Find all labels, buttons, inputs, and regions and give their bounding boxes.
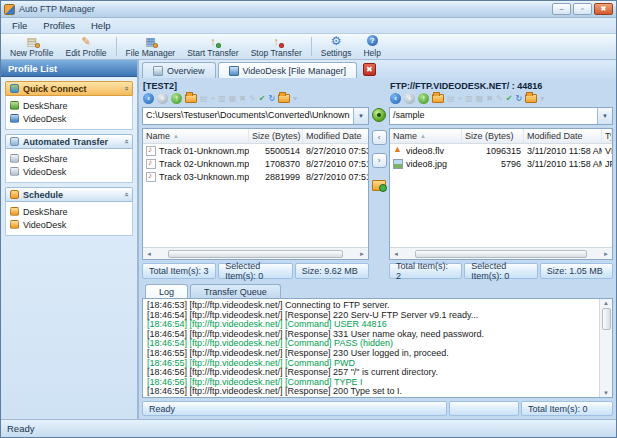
maximize-button[interactable]: ▫ [573, 3, 592, 15]
audio-file-icon [146, 159, 156, 169]
up-folder-icon[interactable]: ↑ [418, 93, 429, 104]
app-icon [4, 4, 15, 15]
refresh-icon[interactable]: ↻ [515, 93, 522, 104]
settings-button[interactable]: ⚙ Settings [315, 34, 358, 59]
close-button[interactable]: ✖ [594, 3, 613, 15]
sync-folders-icon[interactable] [372, 180, 386, 191]
scroll-up-icon[interactable]: ▲ [603, 300, 609, 306]
log-output: [18:46:53] [ftp://ftp.videodesk.net/] Co… [143, 299, 599, 397]
select-icon[interactable]: ✔ [506, 93, 513, 104]
new-file-icon[interactable]: ▤ [447, 93, 455, 104]
add-icon[interactable]: + [211, 93, 216, 104]
scrollbar-thumb[interactable] [602, 308, 611, 330]
tab-log[interactable]: Log [145, 284, 188, 298]
stop-transfer-button[interactable]: ↑ Stop Transfer [245, 34, 308, 59]
log-tab-bar: Log Transfer Queue [141, 283, 614, 298]
rename-icon[interactable]: ✎ [249, 93, 256, 104]
size-chip: Size: 9.62 MB [295, 263, 369, 279]
copy-icon[interactable]: ▥ [465, 93, 473, 104]
menu-help[interactable]: Help [83, 19, 119, 32]
horizontal-scrollbar[interactable]: ◄ ► [390, 247, 612, 259]
paste-icon[interactable]: ▦ [229, 93, 237, 104]
scroll-left-icon[interactable]: ◄ [391, 251, 401, 257]
column-header-modified[interactable]: Modified Date [524, 129, 602, 143]
up-folder-icon[interactable]: ↑ [171, 93, 182, 104]
automated-transfer-header[interactable]: Automated Transfer » [5, 134, 133, 149]
schedule-header[interactable]: Schedule » [5, 187, 133, 202]
rename-icon[interactable]: ✎ [496, 93, 503, 104]
file-row[interactable]: Track 03-Unknown.mp3 2881999 8/27/2010 0… [143, 170, 368, 183]
sidebar-item-deskshare[interactable]: DeskShare [10, 205, 128, 218]
tab-transfer-queue[interactable]: Transfer Queue [190, 284, 281, 298]
delete-icon[interactable]: ✖ [486, 93, 493, 104]
section-schedule: Schedule » DeskShare VideoDesk [5, 187, 133, 236]
column-header-type[interactable]: Type [602, 129, 612, 143]
minimize-button[interactable]: – [552, 3, 571, 15]
app-window: Auto FTP Manager – ▫ ✖ File Profiles Hel… [0, 0, 617, 438]
paste-icon[interactable]: ▦ [476, 93, 484, 104]
sidebar-item-deskshare[interactable]: DeskShare [10, 152, 128, 165]
column-header-name[interactable]: Name ▲ [390, 129, 462, 143]
folder-view-menu-icon[interactable]: ▾ [540, 93, 544, 104]
start-transfer-button[interactable]: ↑ Start Transfer [181, 34, 245, 59]
column-header-size[interactable]: Size (Bytes) [462, 129, 524, 143]
chevron-collapse-icon[interactable]: » [121, 192, 130, 196]
new-profile-button[interactable]: ▤ New Profile [4, 34, 59, 59]
open-folder-icon[interactable] [432, 94, 444, 103]
scroll-left-icon[interactable]: ◄ [144, 251, 154, 257]
transfer-to-remote-button[interactable]: › [372, 153, 387, 168]
refresh-icon[interactable]: ↻ [268, 93, 275, 104]
column-header-size[interactable]: Size (Bytes) [249, 129, 303, 143]
sidebar-item-videodesk[interactable]: VideoDesk [10, 165, 128, 178]
menu-file[interactable]: File [4, 19, 35, 32]
help-button[interactable]: ? Help [357, 34, 386, 59]
vertical-scrollbar[interactable]: ▲ ▼ [599, 299, 612, 397]
scroll-right-icon[interactable]: ► [601, 251, 611, 257]
scroll-down-icon[interactable]: ▼ [603, 390, 609, 396]
close-tab-button[interactable]: ✖ [363, 63, 376, 76]
remote-path-combobox[interactable]: /sample ▼ [389, 107, 613, 125]
connection-status-icon[interactable] [372, 108, 386, 122]
forward-icon[interactable]: › [157, 93, 168, 104]
back-icon[interactable]: ‹ [143, 93, 154, 104]
combo-dropdown-icon[interactable]: ▼ [597, 108, 612, 124]
sidebar-item-deskshare[interactable]: DeskShare [10, 99, 128, 112]
folder-view-menu-icon[interactable]: ▾ [293, 93, 297, 104]
sidebar-item-videodesk[interactable]: VideoDesk [10, 218, 128, 231]
add-icon[interactable]: + [458, 93, 463, 104]
file-manager-button[interactable]: ▦ File Manager [120, 34, 182, 59]
menu-profiles[interactable]: Profiles [35, 19, 83, 32]
scrollbar-thumb[interactable] [168, 250, 343, 258]
open-folder-icon[interactable] [185, 94, 197, 103]
transfer-to-local-button[interactable]: ‹ [372, 130, 387, 145]
selected-items-chip: Selected Item(s): 0 [464, 263, 537, 279]
folder-view-icon[interactable] [525, 94, 537, 103]
delete-icon[interactable]: ✖ [239, 93, 246, 104]
scroll-right-icon[interactable]: ► [357, 251, 367, 257]
column-header-modified[interactable]: Modified Date [303, 129, 369, 143]
folder-view-icon[interactable] [278, 94, 290, 103]
forward-icon[interactable]: › [404, 93, 415, 104]
select-icon[interactable]: ✔ [259, 93, 266, 104]
edit-profile-button[interactable]: ✎ Edit Profile [59, 34, 112, 59]
chevron-collapse-icon[interactable]: » [121, 86, 130, 90]
file-row[interactable]: Track 01-Unknown.mp3 5500514 8/27/2010 0… [143, 144, 368, 157]
scrollbar-thumb[interactable] [415, 250, 587, 258]
file-row[interactable]: video8.jpg 5796 3/11/2010 11:58 AM JPEG … [390, 157, 612, 170]
sidebar-item-videodesk[interactable]: VideoDesk [10, 112, 128, 125]
copy-icon[interactable]: ▥ [218, 93, 226, 104]
chevron-collapse-icon[interactable]: » [121, 139, 130, 143]
back-icon[interactable]: ‹ [390, 93, 401, 104]
column-header-name[interactable]: Name ▲ [143, 129, 249, 143]
new-file-icon[interactable]: ▤ [200, 93, 208, 104]
combo-dropdown-icon[interactable]: ▼ [353, 108, 368, 124]
file-row[interactable]: Track 02-Unknown.mp3 1708370 8/27/2010 0… [143, 157, 368, 170]
horizontal-scrollbar[interactable]: ◄ ► [143, 247, 368, 259]
local-path-combobox[interactable]: C:\Users\Testuser\Documents\Converted\Un… [142, 107, 369, 125]
profile-icon [10, 207, 19, 216]
tab-file-manager[interactable]: VideoDesk [File Manager] [218, 62, 357, 78]
tab-overview[interactable]: Overview [142, 62, 216, 78]
quick-connect-header[interactable]: Quick Connect » [5, 81, 133, 96]
log-ready-chip: Ready [142, 401, 447, 416]
file-row[interactable]: video8.flv 1096315 3/11/2010 11:58 AM VL… [390, 144, 612, 157]
